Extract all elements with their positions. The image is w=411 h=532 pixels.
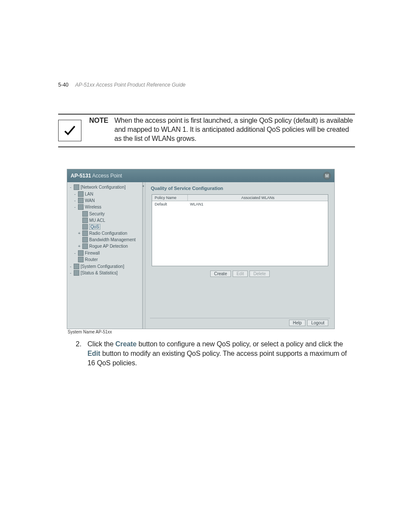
qos-icon bbox=[82, 224, 88, 230]
titlebar: AP-5131 Access Point M bbox=[67, 169, 334, 182]
tree-qos[interactable]: QoS bbox=[78, 224, 136, 230]
rogue-icon bbox=[82, 243, 88, 249]
step-text-1: Click the bbox=[87, 340, 115, 348]
title-rest: Access Point bbox=[91, 173, 122, 179]
create-button[interactable]: Create bbox=[210, 271, 231, 277]
acl-icon bbox=[82, 218, 88, 223]
tree-muacl[interactable]: MU ACL bbox=[78, 217, 136, 224]
firewall-icon bbox=[78, 250, 84, 256]
title-model: AP-5131 bbox=[71, 173, 91, 179]
security-icon bbox=[82, 211, 88, 217]
step-number: 2. bbox=[75, 339, 81, 367]
step-edit-ref: Edit bbox=[87, 350, 100, 357]
step-text-2: button to configure a new QoS policy, or… bbox=[137, 340, 343, 348]
tree-radio[interactable]: +Radio Configuration bbox=[78, 230, 136, 236]
note-label: NOTE bbox=[89, 116, 108, 143]
wireless-icon bbox=[78, 204, 84, 210]
app-window: AP-5131 Access Point M -[Network Configu… bbox=[67, 169, 335, 329]
col-assoc-wlans[interactable]: Associated WLANs bbox=[188, 195, 328, 201]
tree-security[interactable]: Security bbox=[78, 211, 136, 217]
tree-wireless[interactable]: -Wireless bbox=[73, 204, 136, 210]
content-panel: Quality of Service Configuration Policy … bbox=[146, 182, 334, 329]
cell-wlan: WLAN1 bbox=[187, 201, 218, 207]
tree-bandwidth[interactable]: Bandwidth Management bbox=[78, 236, 136, 243]
system-name-label: System Name AP-51xx bbox=[68, 330, 355, 334]
logout-button[interactable]: Logout bbox=[307, 320, 328, 326]
delete-button[interactable]: Delete bbox=[249, 271, 270, 277]
router-icon bbox=[78, 257, 84, 262]
page-number: 5-40 bbox=[58, 82, 68, 88]
tree-router[interactable]: Router bbox=[73, 256, 136, 263]
wan-icon bbox=[78, 198, 84, 203]
splitter-handle[interactable] bbox=[143, 182, 146, 329]
tree-firewall[interactable]: -Firewall bbox=[73, 250, 136, 256]
policy-table[interactable]: Policy Name Associated WLANs Default WLA… bbox=[152, 194, 328, 266]
nav-tree[interactable]: -[Network Configuration] -LAN -WAN -Wire… bbox=[67, 182, 143, 329]
step-instruction: 2. Click the Create button to configure … bbox=[75, 339, 355, 367]
page-header: 5-40 AP-51xx Access Point Product Refere… bbox=[58, 82, 355, 88]
tree-network-config[interactable]: -[Network Configuration] bbox=[69, 184, 141, 190]
note-callout: NOTE When the access point is first laun… bbox=[58, 114, 355, 147]
status-icon bbox=[74, 270, 79, 276]
tree-sysconfig[interactable]: -[System Configuration] bbox=[69, 263, 141, 270]
bandwidth-icon bbox=[82, 237, 88, 243]
help-button[interactable]: Help bbox=[289, 320, 306, 326]
table-row[interactable]: Default WLAN1 bbox=[152, 201, 328, 207]
panel-title: Quality of Service Configuration bbox=[151, 186, 330, 191]
lan-icon bbox=[78, 191, 84, 197]
brand-logo-icon: M bbox=[323, 172, 331, 180]
tree-rogue[interactable]: +Rogue AP Detection bbox=[78, 243, 136, 249]
edit-button[interactable]: Edit bbox=[233, 271, 248, 277]
cell-policy-name: Default bbox=[152, 201, 187, 207]
tree-lan[interactable]: -LAN bbox=[73, 191, 136, 197]
tree-status[interactable]: -[Status & Statistics] bbox=[69, 270, 141, 276]
folder-icon bbox=[74, 184, 79, 190]
sysconfig-icon bbox=[74, 264, 79, 269]
tree-wan[interactable]: -WAN bbox=[73, 197, 136, 204]
doc-title: AP-51xx Access Point Product Reference G… bbox=[75, 82, 185, 88]
radio-icon bbox=[82, 230, 88, 236]
note-body: When the access point is first launched,… bbox=[114, 116, 355, 143]
checkmark-icon bbox=[58, 120, 81, 141]
step-create-ref: Create bbox=[115, 340, 137, 348]
step-text-3: button to modify an existing QoS policy.… bbox=[87, 350, 347, 367]
col-policy-name[interactable]: Policy Name bbox=[152, 195, 188, 201]
